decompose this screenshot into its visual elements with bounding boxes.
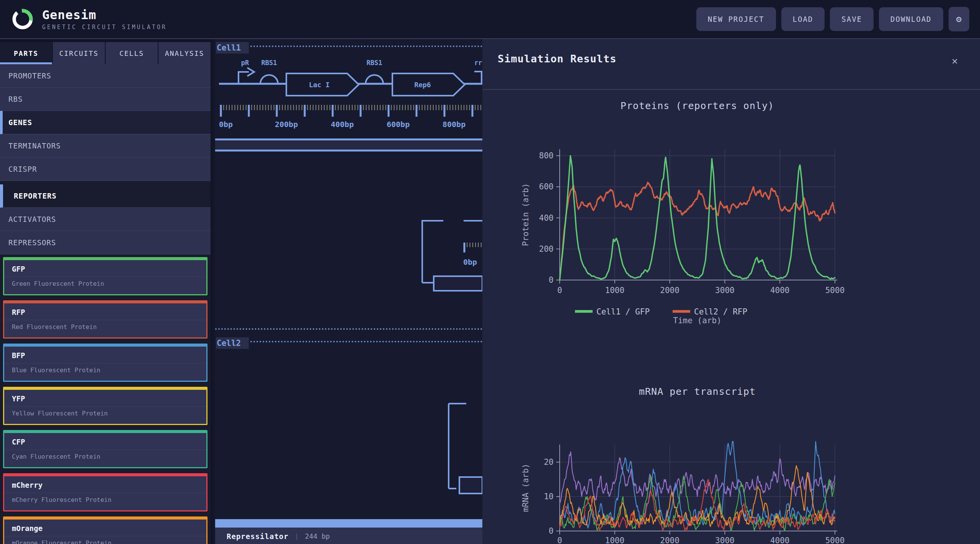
svg-text:0: 0 [549,275,554,285]
part-card-cfp[interactable]: CFP Cyan Fluorescent Protein [3,430,207,468]
partial-construct-cell2[interactable] [445,401,482,496]
mrna-chart: mRNA per transcriptmRNA (arb)01000200030… [482,379,980,544]
sidebar-item-crispr[interactable]: CRISPR [0,158,211,181]
settings-gear-icon[interactable]: ⚙ [949,7,969,31]
parts-sidebar: PARTS CIRCUITS CELLS ANALYSIS PROMOTERS … [0,39,213,544]
sidebar-item-reporters[interactable]: REPORTERS [0,184,211,208]
part-card-bfp[interactable]: BFP Blue Fluorescent Protein [3,344,207,382]
simulation-results-panel: Simulation Results ✕ Proteins (reporters… [482,39,980,544]
results-panel-title: Simulation Results [498,53,617,65]
svg-text:5000: 5000 [825,536,845,544]
load-button[interactable]: LOAD [781,7,825,31]
svg-text:400: 400 [539,213,554,223]
part-name: BFP [4,347,206,363]
svg-text:0: 0 [557,536,562,544]
construct-length: 244 bp [305,532,330,540]
rbs-glyph[interactable] [260,75,278,84]
promoter-glyph[interactable] [238,72,249,84]
construct-progress-bar [215,519,482,528]
svg-text:Cell2 / RFP: Cell2 / RFP [694,307,747,316]
svg-text:10: 10 [544,492,554,501]
part-card-rfp[interactable]: RFP Red Fluorescent Protein [3,300,207,339]
cell1-border-bottom [215,328,482,330]
svg-text:4000: 4000 [770,286,790,295]
terminator-glyph[interactable] [474,72,482,84]
svg-text:4000: 4000 [770,536,790,544]
terminator-label: rrn [474,59,482,67]
construct-name: Repressilator [227,532,289,541]
part-desc: mOrange Fluorescent Protein [4,536,206,544]
part-name: GFP [4,260,206,277]
sidebar-item-repressors[interactable]: REPRESSORS [0,231,211,254]
sidebar-item-activators[interactable]: ACTIVATORS [0,208,211,231]
svg-text:200: 200 [539,244,554,254]
construct-status-bar: Repressilator | 244 bp [215,528,482,544]
part-name: RFP [4,303,206,320]
partial-construct-cell1[interactable]: 0bp [415,215,482,297]
tab-cells[interactable]: CELLS [106,42,158,64]
mini-ruler-label: 0bp [463,257,477,267]
sidebar-item-terminators[interactable]: TERMINATORS [0,134,211,158]
tab-circuits[interactable]: CIRCUITS [53,42,105,64]
part-card-morange[interactable]: mOrange mOrange Fluorescent Protein [3,516,207,544]
svg-text:mRNA (arb): mRNA (arb) [521,464,530,512]
part-card-gfp[interactable]: GFP Green Fluorescent Protein [3,257,207,295]
empty-track[interactable] [215,138,482,151]
svg-text:5000: 5000 [825,286,845,295]
part-desc: Green Fluorescent Protein [4,277,206,287]
svg-text:Cell1 / GFP: Cell1 / GFP [596,307,650,316]
sidebar-gap [0,181,211,184]
cell2-border [250,341,482,342]
part-desc: Yellow Fluorescent Protein [4,406,206,417]
svg-text:600: 600 [539,182,554,191]
tab-parts[interactable]: PARTS [0,42,52,64]
gene-label-laci: Lac I [309,81,330,89]
empty-gene-slot[interactable] [434,276,482,291]
empty-gene-slot[interactable] [459,477,482,494]
sidebar-item-genes[interactable]: GENES [0,111,211,134]
app-title: Genesim [42,8,696,22]
circuit-canvas[interactable]: Cell1 pR RBS1 Lac I RBS1 Rep6 rrn 0bp200… [215,39,482,544]
rbs-glyph[interactable] [366,75,383,84]
svg-text:1000: 1000 [605,286,625,295]
new-project-button[interactable]: NEW PROJECT [696,7,776,31]
rbs-label: RBS1 [367,59,382,67]
svg-text:400bp: 400bp [331,120,354,129]
part-card-list: GFP Green Fluorescent Protein RFP Red Fl… [0,254,211,544]
part-name: CFP [4,433,206,450]
tab-analysis[interactable]: ANALYSIS [158,42,211,64]
part-name: mOrange [4,520,206,536]
svg-text:3000: 3000 [715,286,735,295]
close-icon[interactable]: ✕ [952,55,958,67]
app-subtitle: GENETIC CIRCUIT SIMULATOR [42,24,696,31]
part-name: mCherry [4,476,206,493]
download-button[interactable]: DOWNLOAD [879,7,943,31]
svg-text:800: 800 [539,151,554,160]
app-root: Genesim GENETIC CIRCUIT SIMULATOR NEW PR… [0,0,980,544]
cell1-label[interactable]: Cell1 [216,42,249,54]
svg-text:2000: 2000 [660,536,679,544]
results-panel-header: Simulation Results ✕ [482,39,980,90]
save-button[interactable]: SAVE [830,7,874,31]
svg-text:2000: 2000 [660,286,679,295]
main-content: PARTS CIRCUITS CELLS ANALYSIS PROMOTERS … [0,38,980,544]
proteins-chart: Proteins (reporters only)Protein (arb)01… [482,93,980,360]
status-divider: | [295,532,299,540]
sidebar-item-rbs[interactable]: RBS [0,88,211,111]
mini-bp-ruler [464,243,481,252]
part-card-mcherry[interactable]: mCherry mCherry Fluorescent Protein [3,473,207,511]
part-desc: Blue Fluorescent Protein [4,363,206,374]
part-desc: Cyan Fluorescent Protein [4,450,206,460]
header-actions: NEW PROJECT LOAD SAVE DOWNLOAD ⚙ [696,7,969,31]
sidebar-tabs: PARTS CIRCUITS CELLS ANALYSIS [0,39,211,64]
svg-text:0: 0 [549,526,554,536]
sidebar-item-promoters[interactable]: PROMOTERS [0,64,211,88]
part-desc: Red Fluorescent Protein [4,320,206,331]
bp-ruler: 0bp200bp400bp600bp800bp [219,105,481,129]
cell2-label[interactable]: Cell2 [216,337,249,349]
genesim-logo-icon [11,7,34,31]
dna-construct[interactable]: pR RBS1 Lac I RBS1 Rep6 rrn 0bp200bp400b… [215,54,482,135]
part-card-yfp[interactable]: YFP Yellow Fluorescent Protein [3,387,207,425]
app-header: Genesim GENETIC CIRCUIT SIMULATOR NEW PR… [0,0,980,38]
promoter-label: pR [241,59,249,67]
